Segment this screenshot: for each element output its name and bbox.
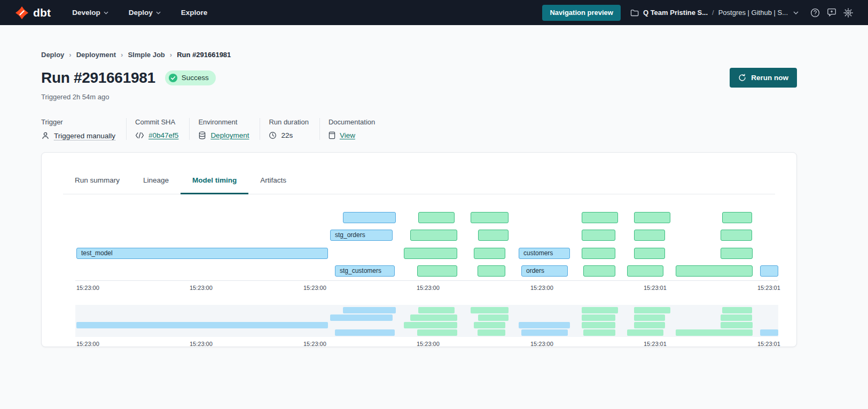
tab-run-summary[interactable]: Run summary <box>63 167 131 194</box>
gantt-bar-stg_customers[interactable]: stg_customers <box>335 265 395 277</box>
breadcrumb: Deploy›Deployment›SImple Job›Run #291661… <box>41 51 797 59</box>
gantt-bar[interactable] <box>583 265 615 277</box>
minimap-tick-label: 15:23:00 <box>530 341 553 347</box>
minimap-bar <box>634 314 665 321</box>
gantt-bar[interactable] <box>471 212 509 223</box>
navigation-preview-button[interactable]: Navigation preview <box>542 5 620 21</box>
status-badge: Success <box>165 70 216 85</box>
breadcrumb-separator: › <box>121 51 123 59</box>
tab-lineage[interactable]: Lineage <box>131 167 181 194</box>
folder-icon <box>630 9 639 17</box>
minimap-bar <box>478 329 505 336</box>
gantt-bar[interactable] <box>634 230 665 241</box>
meta-value-text[interactable]: Deployment <box>210 131 249 139</box>
tab-model-timing[interactable]: Model timing <box>181 167 248 194</box>
meta-label: Commit SHA <box>135 118 178 126</box>
page-title: Run #291661981 <box>41 69 155 86</box>
gantt-bar[interactable] <box>721 248 753 259</box>
nav-menu-deploy[interactable]: Deploy <box>129 9 161 17</box>
axis-tick-label: 15:23:00 <box>530 285 553 291</box>
dbt-logo[interactable]: dbt <box>15 6 51 20</box>
breadcrumb-item[interactable]: Deploy <box>41 51 64 59</box>
feedback-icon[interactable] <box>827 8 836 17</box>
rerun-now-button[interactable]: Rerun now <box>730 68 797 88</box>
tab-artifacts[interactable]: Artifacts <box>248 167 298 194</box>
minimap-bar <box>722 307 752 313</box>
gantt-bar[interactable] <box>474 248 505 259</box>
success-check-icon <box>169 74 177 82</box>
gantt-bar-stg_orders[interactable]: stg_orders <box>330 230 393 241</box>
breadcrumb-separator: › <box>69 51 71 59</box>
gantt-bar[interactable] <box>417 265 457 277</box>
gantt-bar-customers[interactable]: customers <box>519 248 570 259</box>
gantt-bar[interactable] <box>760 265 778 277</box>
nav-menu-explore[interactable]: Explore <box>181 9 208 17</box>
tab-bar: Run summaryLineageModel timingArtifacts <box>63 153 775 194</box>
brand-text: dbt <box>33 6 51 19</box>
minimap-bar <box>760 329 778 336</box>
connection-name: Postgres | Github | S... <box>718 9 788 17</box>
axis-tick-label: 15:23:01 <box>644 285 667 291</box>
meta-value: Deployment <box>198 131 249 139</box>
meta-label: Run duration <box>269 118 308 126</box>
gantt-bar[interactable] <box>627 265 663 277</box>
meta-value-text[interactable]: View <box>340 131 355 139</box>
gantt-bar-label: stg_customers <box>335 266 394 276</box>
gantt-bar[interactable] <box>343 212 396 223</box>
gantt-bar[interactable] <box>634 212 670 223</box>
minimap-bar <box>721 322 753 328</box>
chevron-down-icon <box>104 11 108 14</box>
gantt-bar[interactable] <box>410 230 457 241</box>
timeline-minimap[interactable] <box>75 305 778 337</box>
minimap-bar <box>721 314 752 321</box>
top-nav: dbt DevelopDeployExplore Navigation prev… <box>0 0 868 25</box>
nav-menus: DevelopDeployExplore <box>72 9 207 17</box>
gantt-bar[interactable] <box>722 212 752 223</box>
gantt-bar[interactable] <box>634 248 665 259</box>
nav-menu-label: Deploy <box>129 9 153 17</box>
project-switcher[interactable]: Q Team Pristine S... / Postgres | Github… <box>630 9 799 17</box>
axis-tick-label: 15:23:00 <box>76 285 99 291</box>
minimap-bar <box>634 322 665 328</box>
minimap-bar <box>676 329 753 336</box>
gantt-bar[interactable] <box>582 248 615 259</box>
gantt-bar-orders[interactable]: orders <box>521 265 568 277</box>
gantt-bar[interactable] <box>721 230 752 241</box>
nav-menu-label: Develop <box>72 9 100 17</box>
minimap-bar <box>76 322 328 328</box>
triggered-time: Triggered 2h 54m ago <box>41 93 797 101</box>
breadcrumb-item[interactable]: SImple Job <box>128 51 165 59</box>
meta-value: #0b47ef5 <box>135 131 178 139</box>
meta-value-text[interactable]: #0b47ef5 <box>148 131 178 139</box>
clock-icon <box>269 131 277 139</box>
gantt-bar[interactable] <box>676 265 753 277</box>
project-separator: / <box>712 9 714 17</box>
meta-value: Triggered manually <box>41 131 115 140</box>
gantt-bar-label: customers <box>519 248 569 258</box>
meta-value-text: Triggered manually <box>54 132 115 140</box>
chevron-down-icon <box>793 11 799 14</box>
code-icon <box>135 132 144 139</box>
nav-menu-develop[interactable]: Develop <box>72 9 108 17</box>
gantt-bar-test_model[interactable]: test_model <box>76 248 328 259</box>
gantt-bar[interactable] <box>582 212 618 223</box>
breadcrumb-item[interactable]: Deployment <box>76 51 116 59</box>
run-metadata: TriggerTriggered manuallyCommit SHA#0b47… <box>41 118 797 140</box>
minimap-tick-label: 15:23:00 <box>417 341 440 347</box>
axis-tick-label: 15:23:01 <box>757 285 780 291</box>
meta-col-commit-sha: Commit SHA#0b47ef5 <box>126 118 189 140</box>
gantt-bar[interactable] <box>582 230 615 241</box>
gear-icon[interactable] <box>843 8 853 18</box>
minimap-bar <box>330 314 393 321</box>
help-icon[interactable] <box>810 8 820 18</box>
gantt-bar[interactable] <box>478 265 505 277</box>
document-icon <box>329 131 335 139</box>
minimap-bar <box>410 314 457 321</box>
project-name: Q Team Pristine S... <box>643 9 708 17</box>
gantt-bar[interactable] <box>478 230 509 241</box>
gantt-bar[interactable] <box>404 248 457 259</box>
gantt-bar[interactable] <box>418 212 455 223</box>
database-icon <box>198 131 206 139</box>
minimap-bar <box>583 329 615 336</box>
breadcrumb-item[interactable]: Run #291661981 <box>177 51 231 59</box>
